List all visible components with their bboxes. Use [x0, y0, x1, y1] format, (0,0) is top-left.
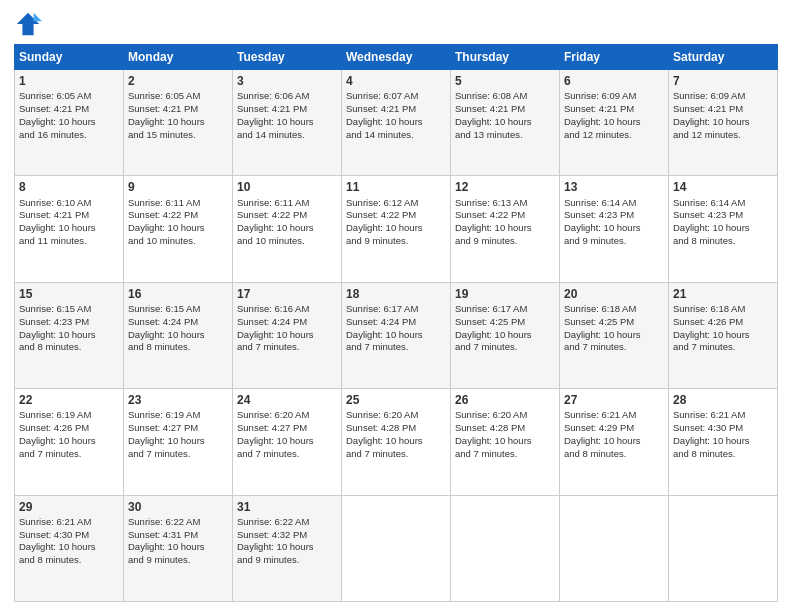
- day-info-line: Sunrise: 6:18 AM: [673, 303, 773, 316]
- day-info-line: Daylight: 10 hours: [346, 329, 446, 342]
- week-row-1: 1Sunrise: 6:05 AMSunset: 4:21 PMDaylight…: [15, 70, 778, 176]
- day-info-line: Daylight: 10 hours: [346, 222, 446, 235]
- logo-icon: [14, 10, 42, 38]
- calendar-cell: 21Sunrise: 6:18 AMSunset: 4:26 PMDayligh…: [669, 282, 778, 388]
- day-info-line: Daylight: 10 hours: [455, 329, 555, 342]
- day-info-line: and 9 minutes.: [237, 554, 337, 567]
- day-info-line: Sunrise: 6:12 AM: [346, 197, 446, 210]
- day-info-line: Sunrise: 6:05 AM: [19, 90, 119, 103]
- day-info-line: Daylight: 10 hours: [19, 541, 119, 554]
- day-info-line: and 7 minutes.: [455, 448, 555, 461]
- day-number: 1: [19, 73, 119, 89]
- day-info-line: Daylight: 10 hours: [564, 435, 664, 448]
- day-info-line: Sunset: 4:21 PM: [128, 103, 228, 116]
- day-info-line: Sunset: 4:28 PM: [455, 422, 555, 435]
- day-info-line: Sunrise: 6:20 AM: [237, 409, 337, 422]
- day-info-line: Sunrise: 6:16 AM: [237, 303, 337, 316]
- day-number: 9: [128, 179, 228, 195]
- day-number: 21: [673, 286, 773, 302]
- calendar-cell: 14Sunrise: 6:14 AMSunset: 4:23 PMDayligh…: [669, 176, 778, 282]
- day-info-line: Sunset: 4:32 PM: [237, 529, 337, 542]
- day-info-line: and 16 minutes.: [19, 129, 119, 142]
- day-info-line: Sunrise: 6:11 AM: [237, 197, 337, 210]
- day-number: 12: [455, 179, 555, 195]
- calendar-cell: 4Sunrise: 6:07 AMSunset: 4:21 PMDaylight…: [342, 70, 451, 176]
- day-info-line: Daylight: 10 hours: [455, 222, 555, 235]
- day-info-line: Daylight: 10 hours: [19, 116, 119, 129]
- day-info-line: Sunset: 4:26 PM: [673, 316, 773, 329]
- calendar-col-wednesday: Wednesday: [342, 45, 451, 70]
- day-number: 14: [673, 179, 773, 195]
- day-info-line: and 10 minutes.: [128, 235, 228, 248]
- calendar-cell: [669, 495, 778, 601]
- day-info-line: Daylight: 10 hours: [455, 435, 555, 448]
- header: [14, 10, 778, 38]
- day-info-line: and 7 minutes.: [346, 448, 446, 461]
- day-number: 2: [128, 73, 228, 89]
- day-info-line: Sunrise: 6:15 AM: [128, 303, 228, 316]
- day-number: 8: [19, 179, 119, 195]
- week-row-3: 15Sunrise: 6:15 AMSunset: 4:23 PMDayligh…: [15, 282, 778, 388]
- calendar-cell: 9Sunrise: 6:11 AMSunset: 4:22 PMDaylight…: [124, 176, 233, 282]
- day-info-line: Daylight: 10 hours: [673, 435, 773, 448]
- day-info-line: Sunrise: 6:21 AM: [673, 409, 773, 422]
- calendar-col-friday: Friday: [560, 45, 669, 70]
- calendar-cell: 11Sunrise: 6:12 AMSunset: 4:22 PMDayligh…: [342, 176, 451, 282]
- day-info-line: Sunrise: 6:14 AM: [564, 197, 664, 210]
- calendar-cell: 31Sunrise: 6:22 AMSunset: 4:32 PMDayligh…: [233, 495, 342, 601]
- day-number: 30: [128, 499, 228, 515]
- day-number: 28: [673, 392, 773, 408]
- calendar-cell: 13Sunrise: 6:14 AMSunset: 4:23 PMDayligh…: [560, 176, 669, 282]
- day-info-line: Sunset: 4:21 PM: [564, 103, 664, 116]
- calendar-cell: 20Sunrise: 6:18 AMSunset: 4:25 PMDayligh…: [560, 282, 669, 388]
- day-info-line: Sunset: 4:23 PM: [673, 209, 773, 222]
- day-info-line: Sunrise: 6:18 AM: [564, 303, 664, 316]
- day-info-line: Sunset: 4:24 PM: [237, 316, 337, 329]
- day-number: 5: [455, 73, 555, 89]
- day-info-line: Sunset: 4:30 PM: [673, 422, 773, 435]
- day-info-line: Sunset: 4:22 PM: [455, 209, 555, 222]
- day-info-line: and 13 minutes.: [455, 129, 555, 142]
- day-info-line: Daylight: 10 hours: [237, 329, 337, 342]
- day-number: 15: [19, 286, 119, 302]
- day-info-line: Daylight: 10 hours: [564, 222, 664, 235]
- day-info-line: and 15 minutes.: [128, 129, 228, 142]
- day-number: 17: [237, 286, 337, 302]
- day-info-line: Daylight: 10 hours: [673, 116, 773, 129]
- day-info-line: Sunset: 4:21 PM: [237, 103, 337, 116]
- day-info-line: and 8 minutes.: [673, 235, 773, 248]
- calendar-cell: 18Sunrise: 6:17 AMSunset: 4:24 PMDayligh…: [342, 282, 451, 388]
- day-number: 11: [346, 179, 446, 195]
- day-info-line: Daylight: 10 hours: [128, 541, 228, 554]
- day-info-line: Daylight: 10 hours: [237, 541, 337, 554]
- calendar-cell: 22Sunrise: 6:19 AMSunset: 4:26 PMDayligh…: [15, 389, 124, 495]
- day-info-line: and 7 minutes.: [128, 448, 228, 461]
- day-info-line: Sunset: 4:21 PM: [19, 209, 119, 222]
- day-info-line: Sunset: 4:22 PM: [237, 209, 337, 222]
- day-info-line: Sunrise: 6:13 AM: [455, 197, 555, 210]
- day-info-line: Sunset: 4:22 PM: [346, 209, 446, 222]
- day-info-line: and 9 minutes.: [346, 235, 446, 248]
- day-info-line: Sunrise: 6:19 AM: [128, 409, 228, 422]
- calendar-cell: 16Sunrise: 6:15 AMSunset: 4:24 PMDayligh…: [124, 282, 233, 388]
- day-number: 23: [128, 392, 228, 408]
- calendar-cell: 30Sunrise: 6:22 AMSunset: 4:31 PMDayligh…: [124, 495, 233, 601]
- calendar-table: SundayMondayTuesdayWednesdayThursdayFrid…: [14, 44, 778, 602]
- day-info-line: Sunrise: 6:19 AM: [19, 409, 119, 422]
- day-info-line: and 7 minutes.: [19, 448, 119, 461]
- day-info-line: Daylight: 10 hours: [564, 116, 664, 129]
- day-info-line: and 14 minutes.: [237, 129, 337, 142]
- calendar-cell: 10Sunrise: 6:11 AMSunset: 4:22 PMDayligh…: [233, 176, 342, 282]
- calendar-header-row: SundayMondayTuesdayWednesdayThursdayFrid…: [15, 45, 778, 70]
- week-row-2: 8Sunrise: 6:10 AMSunset: 4:21 PMDaylight…: [15, 176, 778, 282]
- day-info-line: Sunset: 4:27 PM: [128, 422, 228, 435]
- day-info-line: Sunrise: 6:05 AM: [128, 90, 228, 103]
- week-row-4: 22Sunrise: 6:19 AMSunset: 4:26 PMDayligh…: [15, 389, 778, 495]
- day-info-line: Sunrise: 6:22 AM: [237, 516, 337, 529]
- day-info-line: Sunset: 4:24 PM: [128, 316, 228, 329]
- day-info-line: Sunset: 4:27 PM: [237, 422, 337, 435]
- day-info-line: and 9 minutes.: [564, 235, 664, 248]
- calendar-cell: 5Sunrise: 6:08 AMSunset: 4:21 PMDaylight…: [451, 70, 560, 176]
- day-info-line: Daylight: 10 hours: [237, 222, 337, 235]
- day-number: 4: [346, 73, 446, 89]
